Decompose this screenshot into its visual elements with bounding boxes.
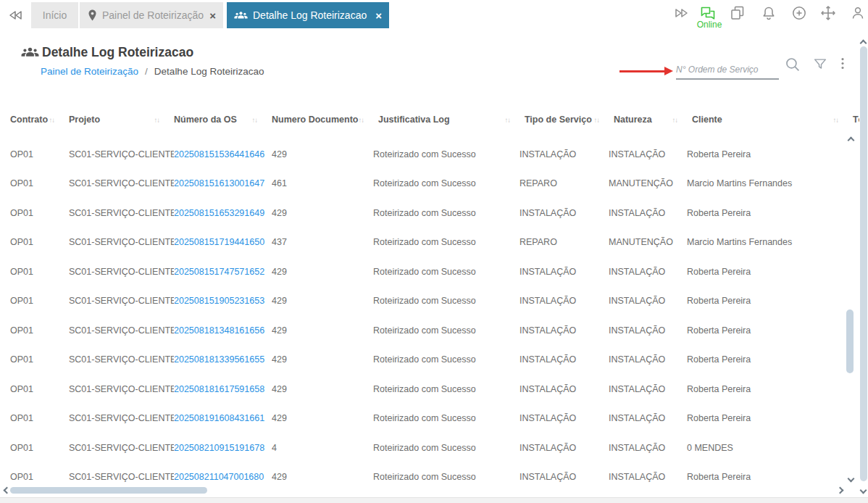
cell: Roberta Pereira xyxy=(687,267,848,277)
page-scroll-up-icon[interactable] xyxy=(860,40,867,47)
sort-icon[interactable]: ↑↓ xyxy=(672,116,677,124)
cell: Roteirizado com Sucesso xyxy=(373,325,519,336)
cell: MANUTENÇÃO xyxy=(609,237,687,247)
grid-horizontal-scrollbar-thumb[interactable] xyxy=(10,487,207,494)
breadcrumb-link[interactable]: Painel de Roteirização xyxy=(41,66,138,77)
column-label: Numero Documento xyxy=(272,115,358,125)
cell: INSTALAÇÃO xyxy=(609,443,687,453)
cell: 0 MENDES xyxy=(687,443,848,453)
column-header-5[interactable]: Justificativa Log↑↓ xyxy=(378,115,525,125)
collapse-tabs-icon[interactable] xyxy=(6,7,25,24)
sort-icon[interactable]: ↑↓ xyxy=(832,116,838,124)
os-number-link[interactable]: 202508181617591658 xyxy=(174,384,272,394)
user-profile-icon[interactable] xyxy=(849,4,867,22)
column-header-9[interactable]: Técnico xyxy=(853,115,859,125)
os-number-link[interactable]: 202508210915191678 xyxy=(174,443,272,453)
cell: OP01 xyxy=(10,443,69,453)
sort-icon[interactable]: ↑↓ xyxy=(504,116,510,124)
cell: OP01 xyxy=(10,354,69,365)
cell: Roberta Pereira xyxy=(687,384,848,394)
cell: SC01-SERVIÇO-CLIENTE xyxy=(69,413,174,423)
os-number-link[interactable]: 202508181348161656 xyxy=(174,325,272,336)
cell: INSTALAÇÃO xyxy=(609,384,687,394)
cell: Roberta Pereira xyxy=(687,325,848,336)
cell: OP01 xyxy=(10,384,69,394)
cell: 429 xyxy=(272,296,373,306)
cell: 461 xyxy=(272,178,373,188)
more-options-icon[interactable] xyxy=(835,56,851,72)
search-input[interactable] xyxy=(676,61,779,80)
cell: 429 xyxy=(272,354,373,365)
os-number-link[interactable]: 202508181339561655 xyxy=(174,354,272,365)
close-tab-icon[interactable]: × xyxy=(209,10,216,21)
breadcrumb-separator: / xyxy=(145,66,148,77)
cell: OP01 xyxy=(10,149,69,159)
column-header-6[interactable]: Tipo de Serviço↑↓ xyxy=(525,115,614,125)
tab-inicio[interactable]: Início xyxy=(31,2,78,28)
app-window: Início Painel de Roteirização × xyxy=(0,0,868,503)
table-row: OP01SC01-SERVIÇO-CLIENTE2025081517194416… xyxy=(0,228,859,257)
sort-icon[interactable]: ↑↓ xyxy=(593,116,599,124)
cell: INSTALAÇÃO xyxy=(609,296,687,306)
cell: OP01 xyxy=(10,413,69,423)
page-vertical-scrollbar-thumb[interactable] xyxy=(860,46,867,481)
os-number-link[interactable]: 202508151613001647 xyxy=(174,178,272,188)
os-number-link[interactable]: 202508151536441646 xyxy=(174,149,272,159)
column-header-2[interactable]: Projeto↑↓ xyxy=(69,115,174,125)
sort-icon[interactable]: ↑↓ xyxy=(154,116,160,124)
cell: 429 xyxy=(272,413,373,423)
page-scroll-down-icon[interactable] xyxy=(860,487,867,494)
cell: 429 xyxy=(272,325,373,336)
os-number-link[interactable]: 202508191608431661 xyxy=(174,413,272,423)
os-number-link[interactable]: 202508151719441650 xyxy=(174,237,272,247)
cell: INSTALAÇÃO xyxy=(519,325,609,336)
cell: INSTALAÇÃO xyxy=(519,354,609,365)
cell: 429 xyxy=(272,149,373,159)
column-label: Cliente xyxy=(692,115,722,125)
add-circle-icon[interactable] xyxy=(790,4,808,22)
cell: OP01 xyxy=(10,325,69,336)
column-header-8[interactable]: Cliente↑↓ xyxy=(692,115,853,125)
online-status-label: Online xyxy=(693,20,725,30)
os-number-link[interactable]: 202508151747571652 xyxy=(174,267,272,277)
cell: OP01 xyxy=(10,208,69,218)
fast-forward-icon[interactable] xyxy=(673,4,690,22)
cell: INSTALAÇÃO xyxy=(519,296,609,306)
column-label: Justificativa Log xyxy=(378,115,450,125)
tab-detalhe-log-roteirizacao[interactable]: Detalhe Log Roteirizacao × xyxy=(227,2,389,28)
grid-vertical-scrollbar-thumb[interactable] xyxy=(846,309,854,373)
cell: INSTALAÇÃO xyxy=(609,325,687,336)
data-grid: Contrato↑↓Projeto↑↓Número da OS↑↓Numero … xyxy=(0,105,859,491)
sort-icon[interactable]: ↑↓ xyxy=(358,116,364,124)
column-header-3[interactable]: Número da OS↑↓ xyxy=(174,115,272,125)
close-tab-icon[interactable]: × xyxy=(375,10,382,21)
search-icon[interactable] xyxy=(784,56,802,74)
column-header-1[interactable]: Contrato↑↓ xyxy=(10,115,69,125)
tab-painel-de-roteirizacao[interactable]: Painel de Roteirização × xyxy=(80,2,223,28)
column-header-7[interactable]: Natureza↑↓ xyxy=(614,115,692,125)
os-number-link[interactable]: 202508211047001680 xyxy=(174,472,272,482)
sort-icon[interactable]: ↑↓ xyxy=(49,116,55,124)
cell: SC01-SERVIÇO-CLIENTE xyxy=(69,325,174,336)
move-arrows-icon[interactable] xyxy=(819,4,837,22)
os-number-link[interactable]: 202508151653291649 xyxy=(174,208,272,218)
cell: Roberta Pereira xyxy=(687,354,848,365)
cell: INSTALAÇÃO xyxy=(609,208,687,218)
column-label: Natureza xyxy=(614,115,652,125)
cell: Roteirizado com Sucesso xyxy=(373,208,519,218)
table-row: OP01SC01-SERVIÇO-CLIENTE2025082109151916… xyxy=(0,433,859,462)
cell: SC01-SERVIÇO-CLIENTE xyxy=(69,149,174,159)
cell: INSTALAÇÃO xyxy=(519,267,609,277)
copy-icon[interactable] xyxy=(729,4,746,22)
column-label: Tipo de Serviço xyxy=(525,115,592,125)
sort-icon[interactable]: ↑↓ xyxy=(252,116,258,124)
os-number-link[interactable]: 202508151905231653 xyxy=(174,296,272,306)
column-header-4[interactable]: Numero Documento↑↓ xyxy=(272,115,378,125)
cell: MANUTENÇÃO xyxy=(609,178,687,188)
notifications-bell-icon[interactable] xyxy=(760,4,777,22)
cell: 429 xyxy=(272,384,373,394)
cell: Roteirizado com Sucesso xyxy=(373,237,519,247)
cell: Roberta Pereira xyxy=(687,149,848,159)
cell: INSTALAÇÃO xyxy=(609,413,687,423)
filter-icon[interactable] xyxy=(812,57,828,72)
